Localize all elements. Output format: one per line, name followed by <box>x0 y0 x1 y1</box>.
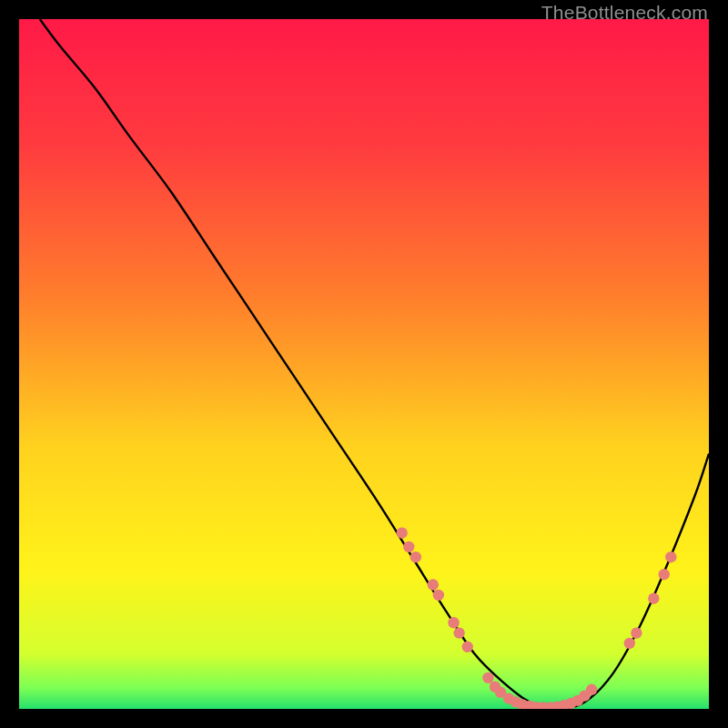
plot-frame <box>19 19 709 709</box>
curve-marker <box>624 638 635 649</box>
curve-marker <box>482 672 493 683</box>
bottleneck-chart <box>19 19 709 709</box>
curve-marker <box>448 617 459 628</box>
curve-marker <box>648 593 659 604</box>
curve-marker <box>631 627 642 638</box>
curve-marker <box>396 528 407 539</box>
curve-marker <box>403 541 414 552</box>
curve-marker <box>428 579 439 590</box>
gradient-background <box>19 19 709 709</box>
curve-marker <box>586 684 597 695</box>
curve-marker <box>659 569 670 580</box>
curve-marker <box>462 642 473 652</box>
watermark-text: TheBottleneck.com <box>541 2 708 24</box>
curve-marker <box>665 551 676 562</box>
curve-marker <box>433 590 444 601</box>
curve-marker <box>410 551 421 562</box>
curve-marker <box>453 627 464 638</box>
